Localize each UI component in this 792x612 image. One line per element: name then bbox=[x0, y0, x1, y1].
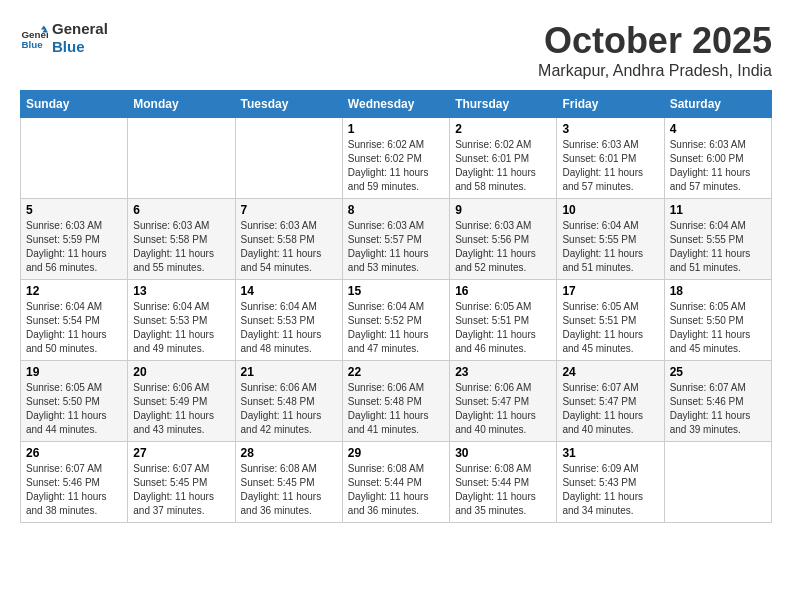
calendar-cell: 3Sunrise: 6:03 AM Sunset: 6:01 PM Daylig… bbox=[557, 118, 664, 199]
day-info: Sunrise: 6:03 AM Sunset: 5:56 PM Dayligh… bbox=[455, 219, 551, 275]
day-number: 19 bbox=[26, 365, 122, 379]
calendar-cell: 9Sunrise: 6:03 AM Sunset: 5:56 PM Daylig… bbox=[450, 199, 557, 280]
day-info: Sunrise: 6:05 AM Sunset: 5:51 PM Dayligh… bbox=[562, 300, 658, 356]
day-number: 22 bbox=[348, 365, 444, 379]
day-info: Sunrise: 6:02 AM Sunset: 6:02 PM Dayligh… bbox=[348, 138, 444, 194]
day-info: Sunrise: 6:05 AM Sunset: 5:51 PM Dayligh… bbox=[455, 300, 551, 356]
day-info: Sunrise: 6:07 AM Sunset: 5:46 PM Dayligh… bbox=[670, 381, 766, 437]
day-number: 8 bbox=[348, 203, 444, 217]
day-number: 17 bbox=[562, 284, 658, 298]
day-number: 3 bbox=[562, 122, 658, 136]
calendar-header-row: SundayMondayTuesdayWednesdayThursdayFrid… bbox=[21, 91, 772, 118]
day-info: Sunrise: 6:07 AM Sunset: 5:46 PM Dayligh… bbox=[26, 462, 122, 518]
day-number: 23 bbox=[455, 365, 551, 379]
calendar-cell: 14Sunrise: 6:04 AM Sunset: 5:53 PM Dayli… bbox=[235, 280, 342, 361]
svg-marker-2 bbox=[41, 25, 47, 29]
calendar-cell: 7Sunrise: 6:03 AM Sunset: 5:58 PM Daylig… bbox=[235, 199, 342, 280]
day-info: Sunrise: 6:04 AM Sunset: 5:54 PM Dayligh… bbox=[26, 300, 122, 356]
calendar-header-tuesday: Tuesday bbox=[235, 91, 342, 118]
day-number: 27 bbox=[133, 446, 229, 460]
calendar-header-friday: Friday bbox=[557, 91, 664, 118]
day-number: 20 bbox=[133, 365, 229, 379]
day-number: 31 bbox=[562, 446, 658, 460]
day-number: 18 bbox=[670, 284, 766, 298]
calendar-cell: 19Sunrise: 6:05 AM Sunset: 5:50 PM Dayli… bbox=[21, 361, 128, 442]
calendar-header-wednesday: Wednesday bbox=[342, 91, 449, 118]
calendar-cell: 30Sunrise: 6:08 AM Sunset: 5:44 PM Dayli… bbox=[450, 442, 557, 523]
calendar-week-row: 26Sunrise: 6:07 AM Sunset: 5:46 PM Dayli… bbox=[21, 442, 772, 523]
calendar-header-saturday: Saturday bbox=[664, 91, 771, 118]
day-number: 28 bbox=[241, 446, 337, 460]
calendar-cell: 10Sunrise: 6:04 AM Sunset: 5:55 PM Dayli… bbox=[557, 199, 664, 280]
day-info: Sunrise: 6:03 AM Sunset: 6:01 PM Dayligh… bbox=[562, 138, 658, 194]
day-info: Sunrise: 6:03 AM Sunset: 6:00 PM Dayligh… bbox=[670, 138, 766, 194]
day-number: 11 bbox=[670, 203, 766, 217]
calendar-week-row: 19Sunrise: 6:05 AM Sunset: 5:50 PM Dayli… bbox=[21, 361, 772, 442]
calendar-cell: 1Sunrise: 6:02 AM Sunset: 6:02 PM Daylig… bbox=[342, 118, 449, 199]
day-info: Sunrise: 6:04 AM Sunset: 5:53 PM Dayligh… bbox=[133, 300, 229, 356]
calendar-cell bbox=[664, 442, 771, 523]
day-number: 10 bbox=[562, 203, 658, 217]
calendar-cell: 16Sunrise: 6:05 AM Sunset: 5:51 PM Dayli… bbox=[450, 280, 557, 361]
day-number: 15 bbox=[348, 284, 444, 298]
calendar-cell: 4Sunrise: 6:03 AM Sunset: 6:00 PM Daylig… bbox=[664, 118, 771, 199]
day-info: Sunrise: 6:06 AM Sunset: 5:48 PM Dayligh… bbox=[348, 381, 444, 437]
calendar-cell bbox=[128, 118, 235, 199]
calendar-cell: 13Sunrise: 6:04 AM Sunset: 5:53 PM Dayli… bbox=[128, 280, 235, 361]
day-info: Sunrise: 6:03 AM Sunset: 5:58 PM Dayligh… bbox=[133, 219, 229, 275]
calendar-cell bbox=[21, 118, 128, 199]
calendar-cell: 12Sunrise: 6:04 AM Sunset: 5:54 PM Dayli… bbox=[21, 280, 128, 361]
day-number: 12 bbox=[26, 284, 122, 298]
calendar-cell: 26Sunrise: 6:07 AM Sunset: 5:46 PM Dayli… bbox=[21, 442, 128, 523]
page-header: General Blue General Blue October 2025 M… bbox=[20, 20, 772, 80]
day-number: 7 bbox=[241, 203, 337, 217]
day-info: Sunrise: 6:04 AM Sunset: 5:53 PM Dayligh… bbox=[241, 300, 337, 356]
calendar-cell: 21Sunrise: 6:06 AM Sunset: 5:48 PM Dayli… bbox=[235, 361, 342, 442]
day-info: Sunrise: 6:03 AM Sunset: 5:59 PM Dayligh… bbox=[26, 219, 122, 275]
day-info: Sunrise: 6:02 AM Sunset: 6:01 PM Dayligh… bbox=[455, 138, 551, 194]
day-number: 21 bbox=[241, 365, 337, 379]
calendar-cell: 5Sunrise: 6:03 AM Sunset: 5:59 PM Daylig… bbox=[21, 199, 128, 280]
day-info: Sunrise: 6:03 AM Sunset: 5:57 PM Dayligh… bbox=[348, 219, 444, 275]
calendar-cell: 2Sunrise: 6:02 AM Sunset: 6:01 PM Daylig… bbox=[450, 118, 557, 199]
day-info: Sunrise: 6:09 AM Sunset: 5:43 PM Dayligh… bbox=[562, 462, 658, 518]
day-number: 30 bbox=[455, 446, 551, 460]
calendar-cell: 8Sunrise: 6:03 AM Sunset: 5:57 PM Daylig… bbox=[342, 199, 449, 280]
day-info: Sunrise: 6:07 AM Sunset: 5:47 PM Dayligh… bbox=[562, 381, 658, 437]
day-number: 2 bbox=[455, 122, 551, 136]
calendar-cell: 31Sunrise: 6:09 AM Sunset: 5:43 PM Dayli… bbox=[557, 442, 664, 523]
calendar-cell: 11Sunrise: 6:04 AM Sunset: 5:55 PM Dayli… bbox=[664, 199, 771, 280]
day-number: 13 bbox=[133, 284, 229, 298]
logo-icon: General Blue bbox=[20, 24, 48, 52]
day-number: 24 bbox=[562, 365, 658, 379]
day-number: 25 bbox=[670, 365, 766, 379]
calendar-cell: 25Sunrise: 6:07 AM Sunset: 5:46 PM Dayli… bbox=[664, 361, 771, 442]
calendar-cell: 27Sunrise: 6:07 AM Sunset: 5:45 PM Dayli… bbox=[128, 442, 235, 523]
logo-general-text: General bbox=[52, 20, 108, 38]
calendar-cell bbox=[235, 118, 342, 199]
calendar-week-row: 12Sunrise: 6:04 AM Sunset: 5:54 PM Dayli… bbox=[21, 280, 772, 361]
day-info: Sunrise: 6:08 AM Sunset: 5:45 PM Dayligh… bbox=[241, 462, 337, 518]
calendar-cell: 20Sunrise: 6:06 AM Sunset: 5:49 PM Dayli… bbox=[128, 361, 235, 442]
day-number: 26 bbox=[26, 446, 122, 460]
calendar-week-row: 5Sunrise: 6:03 AM Sunset: 5:59 PM Daylig… bbox=[21, 199, 772, 280]
day-number: 4 bbox=[670, 122, 766, 136]
calendar-week-row: 1Sunrise: 6:02 AM Sunset: 6:02 PM Daylig… bbox=[21, 118, 772, 199]
calendar-cell: 22Sunrise: 6:06 AM Sunset: 5:48 PM Dayli… bbox=[342, 361, 449, 442]
day-info: Sunrise: 6:03 AM Sunset: 5:58 PM Dayligh… bbox=[241, 219, 337, 275]
day-info: Sunrise: 6:08 AM Sunset: 5:44 PM Dayligh… bbox=[455, 462, 551, 518]
day-info: Sunrise: 6:04 AM Sunset: 5:52 PM Dayligh… bbox=[348, 300, 444, 356]
logo: General Blue General Blue bbox=[20, 20, 108, 56]
day-info: Sunrise: 6:06 AM Sunset: 5:48 PM Dayligh… bbox=[241, 381, 337, 437]
calendar-header-thursday: Thursday bbox=[450, 91, 557, 118]
calendar-cell: 17Sunrise: 6:05 AM Sunset: 5:51 PM Dayli… bbox=[557, 280, 664, 361]
calendar-header-sunday: Sunday bbox=[21, 91, 128, 118]
day-number: 5 bbox=[26, 203, 122, 217]
day-info: Sunrise: 6:07 AM Sunset: 5:45 PM Dayligh… bbox=[133, 462, 229, 518]
calendar-header-monday: Monday bbox=[128, 91, 235, 118]
day-info: Sunrise: 6:08 AM Sunset: 5:44 PM Dayligh… bbox=[348, 462, 444, 518]
calendar-cell: 15Sunrise: 6:04 AM Sunset: 5:52 PM Dayli… bbox=[342, 280, 449, 361]
title-block: October 2025 Markapur, Andhra Pradesh, I… bbox=[538, 20, 772, 80]
day-number: 9 bbox=[455, 203, 551, 217]
calendar-cell: 24Sunrise: 6:07 AM Sunset: 5:47 PM Dayli… bbox=[557, 361, 664, 442]
